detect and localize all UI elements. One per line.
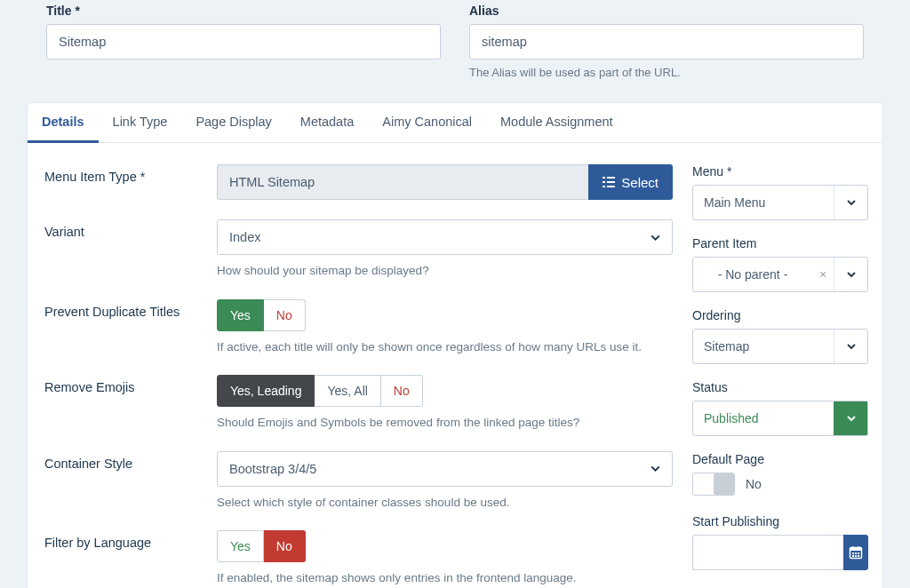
- alias-label: Alias: [469, 0, 864, 18]
- svg-rect-8: [855, 555, 857, 557]
- list-icon: [603, 175, 615, 190]
- prevent-duplicate-desc: If active, each title will only be shown…: [217, 338, 673, 356]
- tab-page-display[interactable]: Page Display: [181, 103, 285, 142]
- parent-item-select[interactable]: - No parent - ×: [692, 257, 868, 292]
- remove-emojis-no-button[interactable]: No: [381, 375, 423, 407]
- svg-rect-9: [858, 555, 859, 557]
- remove-emojis-label: Remove Emojis: [28, 375, 217, 432]
- filter-language-label: Filter by Language: [28, 530, 217, 587]
- svg-rect-7: [852, 555, 854, 557]
- chevron-down-icon: [834, 330, 867, 363]
- ordering-label: Ordering: [692, 308, 868, 322]
- tab-link-type[interactable]: Link Type: [99, 103, 182, 142]
- svg-rect-3: [858, 546, 860, 549]
- parent-item-value: - No parent -: [693, 258, 812, 291]
- variant-select[interactable]: Index: [217, 219, 673, 255]
- default-page-label: Default Page: [692, 452, 868, 466]
- toggle-knob: [714, 473, 734, 495]
- tab-module-assignment[interactable]: Module Assignment: [486, 103, 627, 142]
- filter-language-yes-button[interactable]: Yes: [217, 530, 264, 562]
- svg-rect-5: [855, 552, 857, 554]
- chevron-down-icon: [834, 401, 867, 435]
- container-style-value: Bootstrap 3/4/5: [217, 451, 673, 487]
- calendar-button[interactable]: [843, 535, 868, 570]
- status-select[interactable]: Published: [692, 401, 868, 436]
- calendar-icon: [849, 545, 863, 560]
- chevron-down-icon: [834, 258, 867, 291]
- clear-icon[interactable]: ×: [812, 258, 834, 291]
- svg-rect-2: [852, 546, 854, 549]
- tab-metadata[interactable]: Metadata: [286, 103, 368, 142]
- default-page-toggle[interactable]: [692, 473, 735, 496]
- status-value: Published: [693, 401, 834, 435]
- filter-language-desc: If enabled, the sitemap shows only entri…: [217, 569, 673, 587]
- alias-input[interactable]: [469, 24, 864, 60]
- svg-rect-4: [852, 552, 854, 554]
- container-style-select[interactable]: Bootstrap 3/4/5: [217, 451, 673, 487]
- remove-emojis-desc: Should Emojis and Symbols be removed fro…: [217, 414, 673, 432]
- title-label: Title: [46, 0, 441, 18]
- prevent-duplicate-label: Prevent Duplicate Titles: [28, 299, 217, 356]
- tab-aimy-canonical[interactable]: Aimy Canonical: [368, 103, 486, 142]
- prevent-duplicate-yes-button[interactable]: Yes: [217, 299, 264, 331]
- menu-item-type-label: Menu Item Type *: [28, 164, 217, 200]
- prevent-duplicate-no-button[interactable]: No: [264, 299, 306, 331]
- default-page-text: No: [746, 477, 762, 491]
- svg-rect-6: [858, 552, 859, 554]
- filter-language-no-button[interactable]: No: [264, 530, 306, 562]
- menu-label: Menu: [692, 164, 868, 179]
- menu-value: Main Menu: [693, 186, 834, 219]
- start-publishing-input[interactable]: [692, 535, 843, 570]
- variant-value: Index: [217, 219, 673, 255]
- menu-item-type-value: HTML Sitemap: [217, 164, 588, 200]
- variant-label: Variant: [28, 219, 217, 280]
- status-label: Status: [692, 380, 868, 394]
- menu-item-type-select-button[interactable]: Select: [588, 164, 673, 200]
- remove-emojis-yes-all-button[interactable]: Yes, All: [315, 375, 380, 407]
- container-style-desc: Select which style of container classes …: [217, 494, 673, 512]
- container-style-label: Container Style: [28, 451, 217, 512]
- start-publishing-label: Start Publishing: [692, 514, 868, 528]
- variant-desc: How should your sitemap be displayed?: [217, 262, 673, 280]
- parent-item-label: Parent Item: [692, 236, 868, 250]
- alias-help-text: The Alias will be used as part of the UR…: [469, 66, 864, 79]
- chevron-down-icon: [834, 186, 867, 219]
- menu-select[interactable]: Main Menu: [692, 185, 868, 220]
- remove-emojis-yes-leading-button[interactable]: Yes, Leading: [217, 375, 315, 407]
- ordering-select[interactable]: Sitemap: [692, 329, 868, 364]
- svg-rect-1: [850, 548, 862, 552]
- select-button-label: Select: [621, 175, 659, 190]
- tab-bar: Details Link Type Page Display Metadata …: [28, 103, 882, 143]
- tab-details[interactable]: Details: [28, 103, 99, 143]
- ordering-value: Sitemap: [693, 330, 834, 363]
- title-input[interactable]: [46, 24, 441, 60]
